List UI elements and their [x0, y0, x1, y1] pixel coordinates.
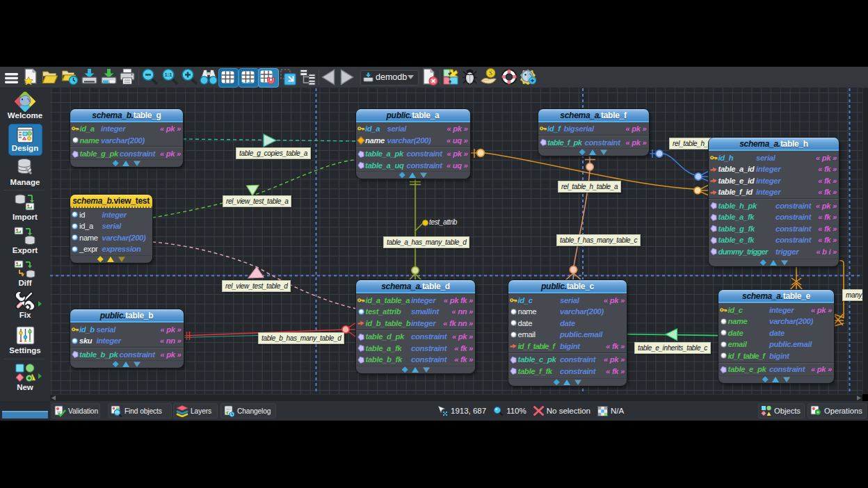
svg-text:S: S — [489, 70, 492, 76]
svg-text:1:1: 1:1 — [165, 72, 172, 78]
